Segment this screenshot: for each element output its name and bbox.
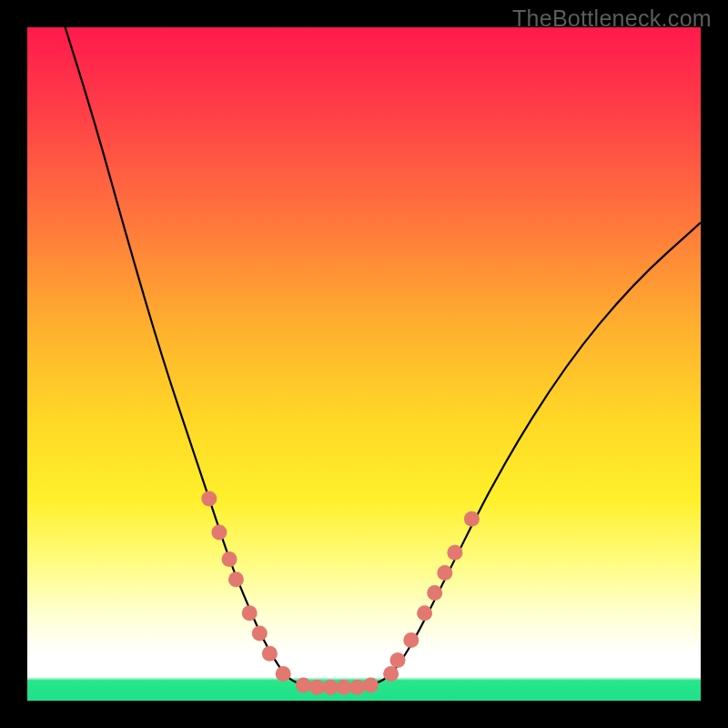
plot-area xyxy=(27,27,701,701)
data-marker xyxy=(363,677,379,693)
data-marker xyxy=(349,680,365,695)
data-marker xyxy=(276,666,291,682)
chart-container: TheBottleneck.com xyxy=(0,0,728,728)
data-marker xyxy=(464,511,480,527)
data-marker xyxy=(201,491,217,507)
data-marker xyxy=(403,632,419,648)
data-marker xyxy=(296,677,311,693)
bottleneck-curve xyxy=(61,27,701,687)
data-marker xyxy=(427,585,442,601)
watermark-text: TheBottleneck.com xyxy=(512,5,712,32)
data-marker xyxy=(323,680,339,695)
data-marker xyxy=(390,652,406,668)
data-marker xyxy=(447,545,462,561)
data-marker xyxy=(309,680,325,695)
data-marker xyxy=(383,666,399,682)
data-marker xyxy=(252,626,268,642)
data-marker xyxy=(222,551,238,567)
data-marker xyxy=(262,646,278,662)
data-marker xyxy=(437,565,452,581)
curve-svg xyxy=(27,27,701,701)
data-marker xyxy=(417,605,432,621)
data-marker xyxy=(242,605,258,621)
data-marker xyxy=(228,571,244,587)
data-marker xyxy=(336,680,351,695)
data-marker xyxy=(211,525,227,541)
